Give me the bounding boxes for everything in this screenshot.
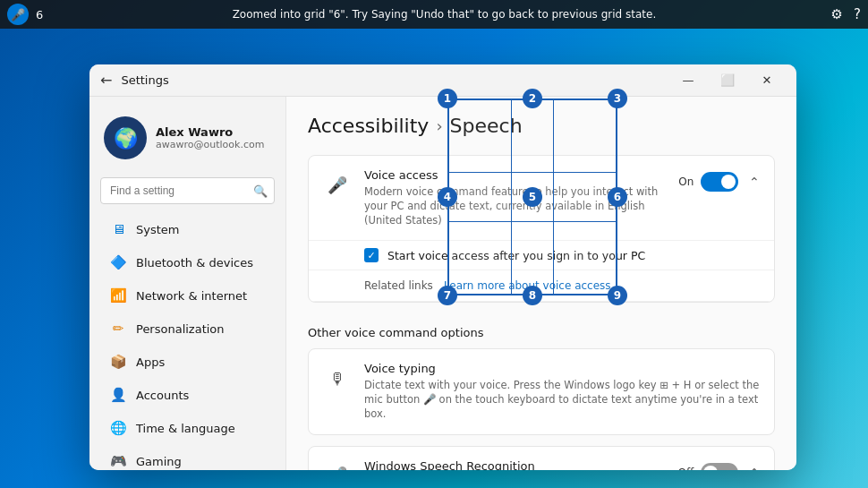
maximize-button[interactable]: ⬜	[709, 67, 746, 94]
speech-recognition-title: Windows Speech Recognition	[364, 459, 668, 470]
search-icon: 🔍	[253, 184, 268, 198]
sidebar-item-time[interactable]: 🌐 Time & language	[95, 412, 280, 444]
voice-typing-row: 🎙 Voice typing Dictate text with your vo…	[309, 349, 774, 433]
sidebar-label-system: System	[136, 223, 179, 236]
sidebar-item-personalization[interactable]: ✏️ Personalization	[95, 312, 280, 345]
breadcrumb: Accessibility › Speech	[308, 115, 775, 137]
sidebar-label-gaming: Gaming	[136, 455, 182, 468]
sidebar-item-apps[interactable]: 📦 Apps	[95, 346, 280, 378]
system-icon: 🖥	[109, 220, 127, 238]
other-options-heading: Other voice command options	[308, 313, 775, 348]
time-icon: 🌐	[109, 419, 127, 437]
voice-access-control: On ⌄	[678, 172, 760, 192]
voice-access-header-row: 🎤 Voice access Modern voice command feat…	[309, 156, 774, 241]
related-links-label: Related links	[364, 279, 433, 292]
settings-icon[interactable]: ⚙	[831, 6, 843, 22]
sidebar-item-bluetooth[interactable]: 🔷 Bluetooth & devices	[95, 246, 280, 278]
grid-number: 6	[36, 8, 43, 21]
sidebar-label-personalization: Personalization	[136, 322, 225, 336]
user-info: Alex Wawro awawro@outlook.com	[156, 125, 264, 150]
mic-icon: 🎤	[11, 8, 25, 21]
voice-access-checkbox-row[interactable]: ✓ Start voice access after you sign in t…	[309, 241, 774, 270]
sidebar-label-network: Network & internet	[136, 289, 247, 303]
voice-access-title: Voice access	[364, 168, 668, 182]
voice-access-checkbox[interactable]: ✓	[364, 248, 379, 262]
window-title: Settings	[121, 73, 168, 87]
user-email: awawro@outlook.com	[156, 139, 264, 150]
accounts-icon: 👤	[109, 386, 127, 404]
network-icon: 📶	[109, 287, 127, 304]
voice-access-icon: 🎤	[323, 170, 352, 199]
main-content: Accessibility › Speech 🎤 Voice access Mo…	[286, 97, 796, 470]
toggle-thumb	[721, 175, 736, 189]
minimize-button[interactable]: —	[669, 67, 707, 94]
taskbar-icon-group: ⚙ ?	[831, 6, 861, 22]
sidebar-label-time: Time & language	[136, 422, 235, 435]
breadcrumb-current: Speech	[450, 115, 523, 137]
speech-recognition-text: Windows Speech Recognition Classic voice…	[364, 459, 668, 470]
avatar: 🌍	[104, 116, 147, 159]
voice-typing-title: Voice typing	[364, 362, 760, 375]
sidebar-label-bluetooth: Bluetooth & devices	[136, 256, 253, 270]
speech-recognition-toggle-label: Off	[678, 467, 694, 470]
toggle-thumb-sr	[703, 466, 718, 470]
speech-recognition-toggle[interactable]	[701, 463, 738, 470]
sidebar-item-network[interactable]: 📶 Network & internet	[95, 279, 280, 312]
voice-access-toggle-label: On	[678, 176, 694, 188]
voice-typing-card: 🎙 Voice typing Dictate text with your vo…	[308, 348, 775, 434]
speech-recognition-header-row: 🎤 Windows Speech Recognition Classic voi…	[309, 447, 774, 470]
back-button[interactable]: ←	[100, 72, 112, 89]
sidebar-label-accounts: Accounts	[136, 389, 189, 402]
sidebar-label-apps: Apps	[136, 355, 165, 369]
taskbar-message: Zoomed into grid "6". Try Saying "Undo t…	[57, 8, 830, 21]
speech-recognition-icon: 🎤	[323, 461, 352, 470]
sidebar-item-system[interactable]: 🖥 System	[95, 213, 280, 245]
search-input[interactable]	[100, 177, 275, 204]
voice-typing-description: Dictate text with your voice. Press the …	[364, 378, 760, 421]
taskbar: 🎤 6 Zoomed into grid "6". Try Saying "Un…	[0, 0, 868, 29]
window-controls: — ⬜ ✕	[669, 67, 786, 94]
voice-typing-icon: 🎙	[323, 364, 352, 392]
settings-body: 🌍 Alex Wawro awawro@outlook.com 🔍 🖥 Syst…	[89, 97, 796, 470]
related-link-voice-access[interactable]: Learn more about voice access	[444, 279, 611, 292]
settings-window: ← Settings — ⬜ ✕ 🌍 Alex Wawro awawro@out…	[89, 64, 796, 470]
sidebar-item-accounts[interactable]: 👤 Accounts	[95, 379, 280, 411]
gaming-icon: 🎮	[109, 452, 127, 470]
help-icon[interactable]: ?	[854, 6, 861, 22]
breadcrumb-separator: ›	[436, 116, 442, 135]
close-button[interactable]: ✕	[748, 67, 786, 94]
user-name: Alex Wawro	[156, 125, 264, 139]
voice-access-checkbox-label: Start voice access after you sign in to …	[387, 249, 645, 262]
sidebar-item-gaming[interactable]: 🎮 Gaming	[95, 445, 280, 470]
voice-access-text: Voice access Modern voice command featur…	[364, 168, 668, 227]
user-profile[interactable]: 🌍 Alex Wawro awawro@outlook.com	[89, 106, 285, 170]
mic-button[interactable]: 🎤	[7, 4, 29, 25]
sidebar: 🌍 Alex Wawro awawro@outlook.com 🔍 🖥 Syst…	[89, 97, 286, 470]
related-links-row: Related links Learn more about voice acc…	[309, 270, 774, 302]
voice-access-card: 🎤 Voice access Modern voice command feat…	[308, 155, 775, 303]
search-box: 🔍	[100, 177, 275, 204]
voice-typing-text: Voice typing Dictate text with your voic…	[364, 362, 760, 421]
voice-access-collapse-arrow[interactable]: ⌄	[749, 175, 760, 189]
speech-recognition-card: 🎤 Windows Speech Recognition Classic voi…	[308, 446, 775, 470]
bluetooth-icon: 🔷	[109, 253, 127, 271]
apps-icon: 📦	[109, 353, 127, 371]
breadcrumb-parent[interactable]: Accessibility	[308, 115, 429, 137]
voice-access-description: Modern voice command feature to help you…	[364, 184, 668, 227]
speech-recognition-control: Off ⌄	[678, 463, 760, 470]
title-bar: ← Settings — ⬜ ✕	[89, 64, 796, 97]
personalization-icon: ✏️	[109, 320, 127, 338]
speech-recognition-collapse-arrow[interactable]: ⌄	[749, 466, 760, 470]
voice-access-toggle[interactable]	[701, 172, 738, 192]
